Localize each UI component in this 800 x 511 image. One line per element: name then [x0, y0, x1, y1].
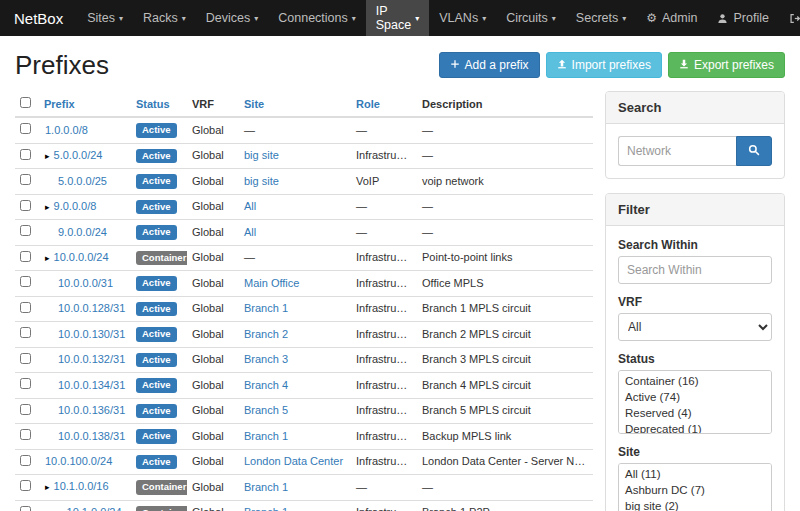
row-checkbox[interactable] — [20, 327, 31, 338]
prefix-link[interactable]: 10.0.0.128/31 — [58, 302, 125, 314]
nav-item-vlans[interactable]: VLANs▾ — [429, 0, 496, 36]
prefix-link[interactable]: 10.0.0.138/31 — [58, 430, 125, 442]
filter-option[interactable]: Container (16) — [619, 373, 771, 389]
row-checkbox[interactable] — [20, 225, 31, 236]
site-link[interactable]: London Data Center — [244, 455, 343, 467]
prefix-link[interactable]: 9.0.0.0/24 — [58, 226, 107, 238]
nav-item-secrets[interactable]: Secrets▾ — [566, 0, 636, 36]
column-header-site[interactable]: Site — [239, 91, 351, 117]
row-checkbox[interactable] — [20, 123, 31, 134]
row-checkbox[interactable] — [20, 276, 31, 287]
column-header-role[interactable]: Role — [351, 91, 417, 117]
prefix-link[interactable]: 10.0.0.0/24 — [54, 251, 109, 263]
nav-item-connections[interactable]: Connections▾ — [268, 0, 366, 36]
row-checkbox[interactable] — [20, 378, 31, 389]
expand-arrow-icon: ▸ — [45, 253, 50, 263]
filter-option[interactable]: Active (74) — [619, 389, 771, 405]
vrf-select[interactable]: All — [618, 313, 772, 341]
row-checkbox[interactable] — [20, 429, 31, 440]
prefix-link[interactable]: 10.1.0.0/16 — [54, 480, 109, 492]
description-cell: — — [417, 194, 593, 220]
filter-option[interactable]: Ashburn DC (7) — [619, 482, 771, 498]
site-link[interactable]: big site — [244, 175, 279, 187]
site-filter-list[interactable]: All (11)Ashburn DC (7)big site (2)Branch… — [618, 463, 772, 511]
row-checkbox[interactable] — [20, 251, 31, 262]
nav-item-log-out[interactable]: Log out — [779, 0, 800, 36]
prefix-link[interactable]: 10.0.0.134/31 — [58, 379, 125, 391]
prefix-link[interactable]: 1.0.0.0/8 — [45, 124, 88, 136]
export-prefixes-button[interactable]: Export prefixes — [668, 52, 785, 78]
site-link[interactable]: Branch 1 — [244, 506, 288, 511]
site-link[interactable]: Branch 3 — [244, 353, 288, 365]
filter-panel-title: Filter — [606, 194, 784, 226]
status-badge: Active — [136, 327, 177, 342]
table-row: 10.0.0.128/31ActiveGlobalBranch 1Infrast… — [15, 296, 593, 322]
site-link[interactable]: Main Office — [244, 277, 299, 289]
nav-item-ip-space[interactable]: IP Space▾ — [366, 0, 429, 36]
site-link[interactable]: Branch 1 — [244, 481, 288, 493]
site-link[interactable]: big site — [244, 149, 279, 161]
prefix-link[interactable]: 10.0.0.132/31 — [58, 353, 125, 365]
prefix-link[interactable]: 10.0.0.0/31 — [58, 277, 113, 289]
row-checkbox[interactable] — [20, 480, 31, 491]
row-checkbox[interactable] — [20, 174, 31, 185]
search-submit-button[interactable] — [736, 136, 772, 166]
site-link[interactable]: Branch 2 — [244, 328, 288, 340]
row-checkbox[interactable] — [20, 455, 31, 466]
nav-item-circuits[interactable]: Circuits▾ — [496, 0, 566, 36]
role-cell: Infrastructure — [351, 296, 417, 322]
row-checkbox[interactable] — [20, 149, 31, 160]
row-checkbox[interactable] — [20, 302, 31, 313]
table-row: 10.0.0.130/31ActiveGlobalBranch 2Infrast… — [15, 322, 593, 348]
site-link[interactable]: Branch 4 — [244, 379, 288, 391]
site-link[interactable]: Branch 1 — [244, 430, 288, 442]
site-link[interactable]: All — [244, 200, 256, 212]
description-cell: — — [417, 475, 593, 501]
prefix-link[interactable]: 5.0.0.0/24 — [54, 149, 103, 161]
column-header-status[interactable]: Status — [131, 91, 187, 117]
nav-item-racks[interactable]: Racks▾ — [133, 0, 196, 36]
description-cell: Branch 3 MPLS circuit — [417, 347, 593, 373]
search-icon — [748, 142, 760, 160]
nav-item-admin[interactable]: ⚙Admin — [636, 0, 707, 36]
role-cell: Infrastructure — [351, 347, 417, 373]
filter-option[interactable]: All (11) — [619, 466, 771, 482]
status-badge: Active — [136, 455, 177, 470]
filter-option[interactable]: Deprecated (1) — [619, 421, 771, 434]
column-header-vrf: VRF — [187, 91, 239, 117]
role-cell: — — [351, 475, 417, 501]
row-checkbox[interactable] — [20, 404, 31, 415]
prefix-link[interactable]: 5.0.0.0/25 — [58, 175, 107, 187]
nav-item-profile[interactable]: Profile — [707, 0, 778, 36]
search-within-input[interactable] — [618, 256, 772, 284]
status-filter-list[interactable]: Container (16)Active (74)Reserved (4)Dep… — [618, 370, 772, 434]
prefix-link[interactable]: 9.0.0.0/8 — [54, 200, 97, 212]
row-checkbox[interactable] — [20, 506, 31, 511]
status-badge: Active — [136, 378, 177, 393]
prefix-link[interactable]: 10.0.100.0/24 — [45, 455, 112, 467]
search-input[interactable] — [618, 136, 736, 166]
chevron-down-icon: ▾ — [482, 14, 486, 23]
prefix-link[interactable]: 10.0.0.130/31 — [58, 328, 125, 340]
status-label: Status — [618, 352, 772, 366]
filter-option[interactable]: Reserved (4) — [619, 405, 771, 421]
nav-item-sites[interactable]: Sites▾ — [77, 0, 133, 36]
row-checkbox[interactable] — [20, 353, 31, 364]
app-logo[interactable]: NetBox — [0, 0, 77, 36]
search-within-label: Search Within — [618, 238, 772, 252]
site-link[interactable]: Branch 1 — [244, 302, 288, 314]
site-link[interactable]: Branch 5 — [244, 404, 288, 416]
nav-item-label: Sites — [87, 11, 115, 25]
prefix-link[interactable]: 10.0.0.136/31 — [58, 404, 125, 416]
row-checkbox[interactable] — [20, 200, 31, 211]
prefix-link[interactable]: 10.1.0.0/24 — [67, 506, 122, 511]
filter-option[interactable]: big site (2) — [619, 498, 771, 511]
select-all-checkbox[interactable] — [20, 97, 31, 108]
role-cell: Infrastructure — [351, 500, 417, 511]
site-link[interactable]: All — [244, 226, 256, 238]
nav-item-devices[interactable]: Devices▾ — [196, 0, 268, 36]
add-prefix-button[interactable]: Add a prefix — [439, 52, 540, 78]
import-prefixes-button[interactable]: Import prefixes — [546, 52, 662, 78]
column-header-prefix[interactable]: Prefix — [39, 91, 131, 117]
nav-item-label: Profile — [733, 11, 768, 25]
